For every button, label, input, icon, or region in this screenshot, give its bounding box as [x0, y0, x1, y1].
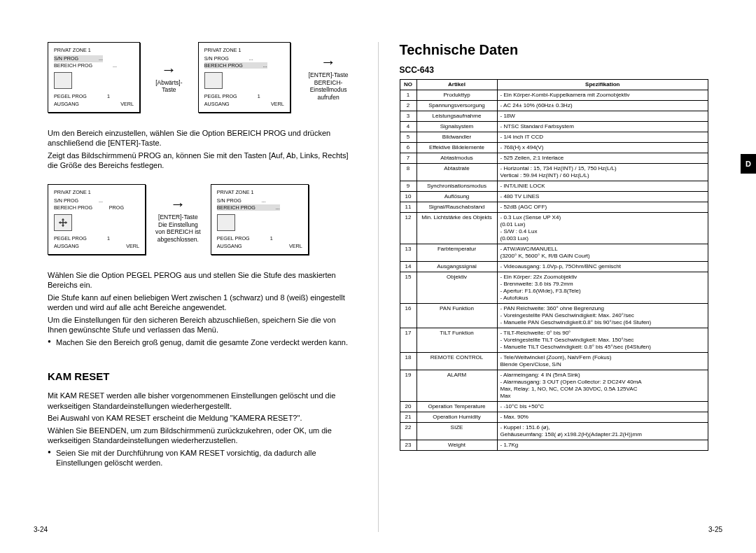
- kam-reset-body: Mit KAM RESET werden alle bisher vorgeno…: [48, 391, 357, 470]
- table-row: 22SIZE- Kuppel : 151.6 (ø), Gehäuseumfan…: [400, 423, 708, 440]
- move-arrows-icon: [58, 218, 68, 227]
- osd-value: ...: [276, 204, 280, 211]
- osd-label: AUSGANG: [54, 101, 79, 107]
- cell-no: 5: [400, 132, 416, 143]
- page-spread: PRIVAT ZONE 1 S/N PROG... BEREICH PROG..…: [0, 0, 756, 553]
- osd-value: ...: [263, 62, 267, 69]
- arrow-right-icon: →: [150, 61, 188, 79]
- table-row: 21Operation Humidity- Max. 90%: [400, 412, 708, 423]
- caption-line: Die Einstellung: [158, 221, 198, 228]
- cell-artikel: TILT Funktion: [416, 328, 497, 353]
- paragraph: Wählen Sie BEENDEN, um zum Bildschirmmen…: [48, 426, 357, 446]
- osd-label: PEGEL PROG: [204, 93, 237, 99]
- caption-line: abgeschlossen.: [158, 236, 199, 243]
- osd-value: VERL: [120, 101, 134, 107]
- arrow-right-icon: →: [300, 53, 357, 71]
- osd-label: BEREICH PROG: [54, 204, 92, 211]
- bullet-item: Machen Sie den Bereich groß genug, damit…: [48, 337, 357, 348]
- cell-no: 8: [400, 164, 416, 181]
- cell-spez: - 525 Zeilen, 2:1 Interlace: [497, 153, 708, 164]
- table-row: 3Leistungsaufnahme- 18W: [400, 111, 708, 122]
- cell-artikel: Abtastmodus: [416, 153, 497, 164]
- paragraph: Um den Bereich einzustellen, wählen Sie …: [48, 128, 357, 148]
- table-row: 1Produkttyp- Ein Körper-Kombi-Kuppelkame…: [400, 90, 708, 101]
- osd-row-2: PRIVAT ZONE 1 S/N PROG... BEREICH PROGPR…: [48, 184, 357, 255]
- osd-box-1a: PRIVAT ZONE 1 S/N PROG... BEREICH PROG..…: [48, 42, 140, 113]
- cell-artikel: Bildwandler: [416, 132, 497, 143]
- table-row: 14Ausgangssignal- Videoausgang: 1.0Vp-p,…: [400, 262, 708, 272]
- cell-artikel: Produkttyp: [416, 90, 497, 101]
- cell-spez: - 768(H) x 494(V): [497, 143, 708, 153]
- cell-artikel: Synchronisationsmodus: [416, 181, 497, 192]
- table-row: 13Farbtemperatur- ATW/AWC/MANUELL (3200°…: [400, 244, 708, 262]
- cell-spez: - Kuppel : 151.6 (ø), Gehäuseumfang: 158…: [497, 423, 708, 440]
- osd-line: BEREICH PROG...: [204, 62, 267, 69]
- caption-line: BEREICH-: [314, 79, 343, 86]
- cell-artikel: Farbtemperatur: [416, 244, 497, 262]
- cell-no: 14: [400, 262, 416, 272]
- cell-no: 12: [400, 213, 416, 244]
- osd-box-1b: PRIVAT ZONE 1 S/N PROG... BEREICH PROG..…: [198, 42, 290, 113]
- cell-artikel: Abtastrate: [416, 164, 497, 181]
- osd-title: PRIVAT ZONE 1: [54, 47, 134, 53]
- osd-label: PEGEL PROG: [54, 93, 87, 99]
- cell-artikel: ALARM: [416, 370, 497, 402]
- cell-spez: - -10°C bis +50°C: [497, 402, 708, 412]
- osd-line: AUSGANGVERL: [217, 243, 302, 249]
- arrow-caption: [ENTER]-Taste Die Einstellung von BEREIC…: [155, 214, 201, 244]
- table-row: 8Abtastrate- Horizontal : 15, 734 Hz(INT…: [400, 164, 708, 181]
- osd-label: S/N PROG: [54, 55, 78, 62]
- cell-no: 7: [400, 153, 416, 164]
- arrow-group: → [Abwärts]-Taste: [150, 61, 188, 94]
- cell-no: 6: [400, 143, 416, 153]
- kam-reset-heading: KAM RESET: [48, 370, 357, 382]
- osd-line: AUSGANGVERL: [54, 101, 134, 107]
- table-row: 15Objektiv- Ein Körper: 22x Zoomobjektiv…: [400, 272, 708, 304]
- osd-value: VERL: [289, 243, 302, 249]
- table-row: 20Operation Temperature- -10°C bis +50°C: [400, 402, 708, 412]
- cell-artikel: PAN Funktion: [416, 304, 497, 328]
- cell-no: 22: [400, 423, 416, 440]
- th-spez: Spezifikation: [497, 80, 708, 90]
- osd-value: ...: [99, 55, 103, 62]
- arrow-group: → [ENTER]-Taste Die Einstellung von BERE…: [155, 195, 201, 244]
- cell-no: 2: [400, 101, 416, 111]
- paragraph: Die Stufe kann auf einen beliebigen Wert…: [48, 293, 357, 313]
- osd-preview-square: [54, 214, 72, 231]
- table-row: 18REMOTE CONTROL- Tele/Weitwinckel (Zoom…: [400, 353, 708, 370]
- osd-value: 1: [258, 93, 260, 99]
- osd-label: PEGEL PROG: [54, 235, 87, 241]
- cell-spez: - 52dB (AGC OFF): [497, 202, 708, 213]
- paragraph: Um die Einstellungen für den sicheren Be…: [48, 315, 357, 335]
- osd-value: 1: [107, 235, 110, 241]
- cell-no: 21: [400, 412, 416, 423]
- table-row: 2Spannungsversorgung- AC 24± 10% (60Hz± …: [400, 101, 708, 111]
- osd-line: BEREICH PROGPROG: [54, 204, 124, 211]
- cell-artikel: Operation Temperature: [416, 402, 497, 412]
- osd-value: VERL: [271, 101, 284, 107]
- osd-value: 1: [270, 235, 273, 241]
- osd-line: PEGEL PROG1: [54, 235, 110, 241]
- arrow-caption: [Abwärts]-Taste: [150, 79, 188, 94]
- table-row: 23Weight- 1.7Kg: [400, 440, 708, 451]
- page-number-left: 3-24: [34, 526, 48, 533]
- osd-value: ...: [113, 62, 117, 69]
- osd-line: AUSGANGVERL: [54, 243, 139, 249]
- cell-artikel: Effektive Bildelemente: [416, 143, 497, 153]
- osd-line: S/N PROG...: [204, 55, 253, 62]
- cell-spez: - Alarmeingang: 4 IN (5mA Sink) - Alarma…: [497, 370, 708, 402]
- table-row: 16PAN Funktion- PAN Reichweite: 360° ohn…: [400, 304, 708, 328]
- cell-artikel: Spannungsversorgung: [416, 101, 497, 111]
- table-row: 7Abtastmodus- 525 Zeilen, 2:1 Interlace: [400, 153, 708, 164]
- arrow-caption: [ENTER]-Taste BEREICH- Einstellmodus auf…: [300, 71, 357, 102]
- cell-spez: - INT/LINIE LOCK: [497, 181, 708, 192]
- cell-no: 10: [400, 192, 416, 202]
- caption-line: [ENTER]-Taste: [158, 214, 198, 220]
- osd-line: AUSGANGVERL: [204, 101, 284, 107]
- cell-no: 3: [400, 111, 416, 122]
- caption-line: Einstellmodus aufrufen: [310, 86, 347, 101]
- cell-spez: - 480 TV LINES: [497, 192, 708, 202]
- osd-value: ...: [262, 197, 266, 204]
- osd-line: S/N PROG...: [54, 197, 103, 204]
- cell-spez: - Videoausgang: 1.0Vp-p, 75Ohm/BNC gemis…: [497, 262, 708, 272]
